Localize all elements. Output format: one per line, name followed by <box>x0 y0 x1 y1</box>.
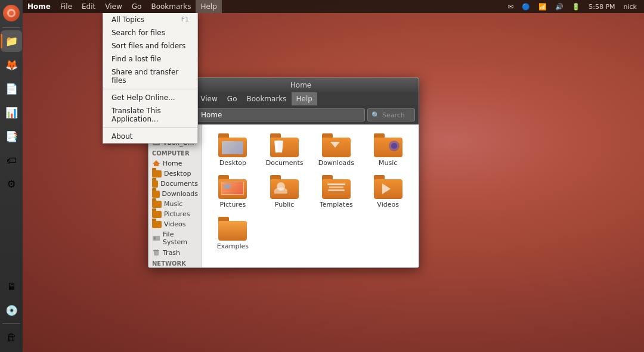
panel-menu-go[interactable]: Go <box>127 0 147 13</box>
fm-sidebar-item-home[interactable]: Home <box>148 158 202 169</box>
fm-sidebar-item-trash[interactable]: Trash <box>148 247 202 258</box>
panel-sound-icon[interactable]: 🔊 <box>553 0 566 13</box>
filesystem-icon <box>152 234 160 242</box>
fm-sidebar-item-pictures[interactable]: Pictures <box>148 209 202 219</box>
fm-sidebar-home-label: Home <box>163 160 182 167</box>
taskbar-trash-icon[interactable]: 🗑 <box>1 326 22 348</box>
svg-rect-7 <box>153 250 159 251</box>
pictures-folder-label: Pictures <box>220 201 246 208</box>
taskbar-bottom: 🖥 💿 🗑 <box>1 275 22 352</box>
downloads-folder-label: Downloads <box>318 159 354 167</box>
fm-sidebar-downloads-label: Downloads <box>162 190 198 198</box>
public-icon <box>270 175 299 199</box>
fm-sidebar-item-music[interactable]: Music <box>148 199 202 209</box>
panel-bluetooth-icon[interactable]: 🔵 <box>519 0 532 13</box>
taskbar-dvd-icon[interactable]: 💿 <box>1 300 22 321</box>
fm-sidebar-item-documents[interactable]: Documents <box>148 179 202 189</box>
fm-folder-documents[interactable]: Documents <box>260 130 309 170</box>
taskbar-files-icon[interactable]: 📁 <box>1 30 22 52</box>
help-menu-sort-files[interactable]: Sort files and folders <box>103 39 197 52</box>
taskbar-monitor-icon[interactable]: 🖥 <box>1 276 22 297</box>
fm-menu-view[interactable]: View <box>196 92 222 105</box>
help-menu-find-lost[interactable]: Find a lost file <box>103 52 197 66</box>
fm-search-box[interactable]: 🔍 Search <box>367 108 415 122</box>
taskbar-settings-icon[interactable]: ⚙ <box>1 173 22 195</box>
unity-taskbar: 📁 🦊 📄 📊 📑 🏷 ⚙ 🖥 💿 🗑 <box>0 0 23 352</box>
taskbar-calc-icon[interactable]: 📊 <box>1 102 22 123</box>
fm-folder-templates[interactable]: Templates <box>312 172 361 211</box>
help-menu-all-topics[interactable]: All Topics F1 <box>103 13 197 26</box>
fm-sidebar-section-computer: Computer <box>148 148 202 158</box>
svg-marker-3 <box>153 160 160 166</box>
fm-sidebar-pictures-label: Pictures <box>164 210 190 218</box>
panel-menu-file[interactable]: File <box>55 0 77 13</box>
panel-menu-bookmarks[interactable]: Bookmarks <box>146 0 196 13</box>
help-menu-translate[interactable]: Translate This Application... <box>103 104 197 126</box>
panel-envelope-icon[interactable]: ✉ <box>506 0 516 13</box>
fm-location-label: Home <box>201 111 222 119</box>
fm-folder-pictures[interactable]: Pictures <box>208 172 258 211</box>
documents-folder-icon <box>152 180 158 188</box>
panel-network-icon[interactable]: 📶 <box>536 0 549 13</box>
fm-location-bar[interactable]: Home <box>185 108 365 122</box>
fm-content: Desktop Documents <box>202 124 419 267</box>
videos-folder-label: Videos <box>377 201 399 208</box>
fm-folder-public[interactable]: Public <box>260 172 309 211</box>
fm-folder-downloads[interactable]: Downloads <box>312 130 361 170</box>
svg-rect-5 <box>154 237 156 239</box>
panel-menu-edit[interactable]: Edit <box>77 0 100 13</box>
top-panel: File Home File Edit View Go Bookmarks He… <box>23 0 644 13</box>
taskbar-impress-icon[interactable]: 📑 <box>1 126 22 147</box>
help-menu-about[interactable]: About <box>103 130 197 143</box>
help-menu-search-files[interactable]: Search for files <box>103 26 197 39</box>
fm-sidebar-documents-label: Documents <box>160 180 198 188</box>
pictures-icon <box>218 175 247 199</box>
panel-right: ✉ 🔵 📶 🔊 🔋 5:58 PM nick <box>506 0 644 13</box>
taskbar-writer-icon[interactable]: 📄 <box>1 78 22 99</box>
panel-battery-icon[interactable]: 🔋 <box>569 0 583 13</box>
panel-app-name[interactable]: Home <box>23 0 55 13</box>
examples-icon <box>218 217 247 241</box>
fm-folder-examples[interactable]: Examples <box>208 214 258 253</box>
documents-folder-label: Documents <box>266 159 304 167</box>
downloads-icon <box>322 133 351 157</box>
fm-search-placeholder: Search <box>382 111 405 119</box>
home-icon <box>152 159 160 167</box>
taskbar-divider-1 <box>2 27 20 28</box>
fm-sidebar-desktop-label: Desktop <box>164 170 191 177</box>
fm-folder-music[interactable]: Music <box>363 130 413 170</box>
examples-folder-label: Examples <box>217 242 249 250</box>
help-menu-get-online[interactable]: Get Help Online... <box>103 91 197 104</box>
fm-sidebar-item-videos[interactable]: Videos <box>148 219 202 229</box>
panel-user[interactable]: nick <box>621 0 639 13</box>
fm-folder-desktop[interactable]: Desktop <box>208 130 258 170</box>
help-menu-sep-1 <box>103 89 197 89</box>
fm-sidebar-item-filesystem[interactable]: File System <box>148 229 202 247</box>
fm-menu-bookmarks[interactable]: Bookmarks <box>242 92 291 105</box>
taskbar-software-center-icon[interactable]: 🏷 <box>1 149 22 171</box>
taskbar-divider-2 <box>2 323 20 324</box>
fm-sidebar-filesystem-label: File System <box>163 230 198 246</box>
documents-icon <box>270 133 299 157</box>
fm-sidebar-item-downloads[interactable]: Downloads <box>148 189 202 199</box>
fm-menu-help[interactable]: Help <box>292 92 317 105</box>
ubuntu-logo-button[interactable] <box>1 2 22 24</box>
panel-menu-view[interactable]: View <box>100 0 126 13</box>
music-icon <box>374 133 402 157</box>
templates-folder-label: Templates <box>320 201 353 208</box>
svg-rect-4 <box>153 236 160 241</box>
fm-sidebar-videos-label: Videos <box>164 220 186 228</box>
fm-menu-go[interactable]: Go <box>222 92 242 105</box>
fm-folder-videos[interactable]: Videos <box>363 172 413 211</box>
panel-menu-help[interactable]: Help <box>196 0 221 13</box>
fm-sidebar-item-desktop[interactable]: Desktop <box>148 169 202 179</box>
panel-time[interactable]: 5:58 PM <box>586 0 617 13</box>
trash-icon <box>152 248 160 257</box>
videos-folder-icon <box>152 221 162 228</box>
all-topics-shortcut: F1 <box>181 15 189 24</box>
svg-rect-6 <box>154 251 159 256</box>
help-menu-share[interactable]: Share and transfer files <box>103 66 197 87</box>
fm-search-icon: 🔍 <box>371 111 380 119</box>
pictures-folder-icon <box>152 211 162 218</box>
taskbar-firefox-icon[interactable]: 🦊 <box>1 54 22 76</box>
